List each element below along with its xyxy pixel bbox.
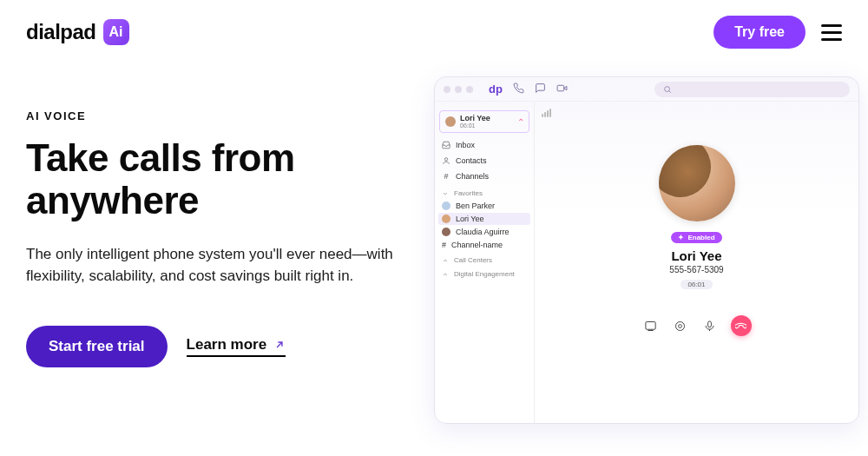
search-input[interactable] (654, 82, 850, 97)
favorite-channel[interactable]: # Channel-name (435, 239, 534, 251)
inbox-icon (442, 141, 450, 149)
hangup-mini-icon[interactable]: ⌃ (517, 117, 524, 127)
learn-more-label: Learn more (187, 336, 267, 354)
chevron-down-icon (442, 190, 449, 197)
hero-title: Take calls from anywhere (26, 136, 417, 222)
phone-icon[interactable] (513, 83, 524, 94)
header-actions: Try free (713, 16, 842, 49)
transcript-button[interactable] (642, 317, 660, 334)
svg-rect-6 (708, 321, 712, 327)
sparkle-icon: ✦ (678, 234, 684, 241)
chevron-up-icon (442, 257, 449, 264)
brand-wordmark: dialpad (26, 20, 96, 44)
hero-cta-row: Start free trial Learn more (26, 326, 417, 367)
active-call-name: Lori Yee (460, 115, 490, 122)
arrow-up-right-icon (273, 339, 286, 351)
hero-description: The only intelligent phone system you'll… (26, 243, 408, 287)
app-window: dp Lori Yee 06:01 (434, 76, 859, 424)
start-free-trial-button[interactable]: Start free trial (26, 326, 168, 367)
brand-ai-chip: Ai (103, 19, 129, 45)
avatar (442, 202, 450, 210)
hero-section: AI VOICE Take calls from anywhere The on… (0, 57, 868, 424)
hero-eyebrow: AI VOICE (26, 109, 417, 122)
sidebar-item-inbox[interactable]: Inbox (435, 138, 534, 152)
window-controls[interactable] (444, 86, 473, 93)
svg-rect-0 (557, 85, 564, 91)
active-call-time: 06:01 (460, 122, 490, 129)
video-icon[interactable] (556, 83, 568, 94)
contact-phone: 555-567-5309 (669, 265, 723, 274)
titlebar-toolbar: dp (489, 83, 568, 96)
site-header: dialpad Ai Try free (0, 0, 868, 57)
app-titlebar: dp (435, 77, 858, 102)
call-canvas: ✦ Enabled Lori Yee 555-567-5309 06:01 (535, 102, 858, 423)
sidebar-section-digital-engagement[interactable]: Digital Engagement (435, 266, 534, 280)
signal-icon (542, 109, 551, 117)
learn-more-link[interactable]: Learn more (187, 336, 286, 357)
avatar (442, 228, 450, 236)
chevron-up-icon (442, 271, 449, 278)
favorite-lori-yee[interactable]: Lori Yee (438, 213, 530, 225)
search-icon (663, 85, 672, 94)
hangup-button[interactable] (731, 315, 752, 336)
call-duration: 06:01 (681, 280, 712, 289)
hero-copy: AI VOICE Take calls from anywhere The on… (26, 92, 417, 424)
avatar (442, 215, 450, 223)
product-screenshot: dp Lori Yee 06:01 (434, 92, 859, 424)
svg-rect-3 (646, 321, 655, 329)
brand-logo[interactable]: dialpad Ai (26, 19, 129, 45)
app-sidebar: Lori Yee 06:01 ⌃ Inbox Contacts (435, 102, 535, 423)
mute-button[interactable] (701, 317, 719, 334)
contacts-icon (442, 156, 450, 165)
chat-icon[interactable] (535, 83, 546, 94)
avatar (445, 116, 456, 127)
sidebar-item-contacts[interactable]: Contacts (435, 154, 534, 168)
contact-name: Lori Yee (671, 248, 721, 263)
call-controls (642, 315, 752, 336)
sidebar-section-favorites[interactable]: Favorites (435, 185, 534, 199)
svg-point-4 (676, 321, 685, 330)
hash-icon: # (442, 241, 446, 249)
sidebar-active-call[interactable]: Lori Yee 06:01 ⌃ (439, 110, 529, 133)
ai-enabled-badge: ✦ Enabled (671, 232, 721, 243)
sidebar-item-channels[interactable]: # Channels (435, 169, 534, 183)
svg-point-5 (679, 324, 682, 327)
svg-point-2 (444, 158, 447, 161)
menu-icon[interactable] (821, 24, 842, 41)
hash-icon: # (442, 172, 450, 181)
sidebar-section-call-centers[interactable]: Call Centers (435, 252, 534, 266)
app-brand-icon: dp (489, 83, 503, 96)
try-free-button[interactable]: Try free (713, 16, 806, 49)
svg-point-1 (665, 86, 670, 91)
contact-avatar (659, 145, 735, 221)
favorite-claudia-aguirre[interactable]: Claudia Aguirre (435, 226, 534, 238)
record-button[interactable] (672, 317, 689, 334)
favorite-ben-parker[interactable]: Ben Parker (435, 200, 534, 212)
